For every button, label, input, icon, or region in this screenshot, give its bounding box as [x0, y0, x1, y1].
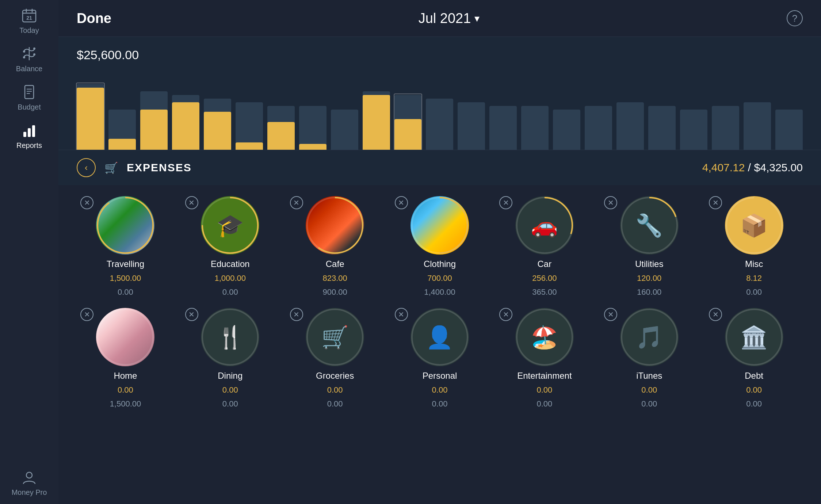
bar-group-18 — [648, 69, 676, 150]
ring-svg-utilities — [620, 196, 679, 255]
remove-button-personal[interactable]: ✕ — [395, 308, 408, 321]
bar-group-20 — [712, 69, 739, 150]
bar-group-10 — [394, 69, 422, 150]
category-spent-clothing: 700.00 — [427, 274, 452, 283]
svg-point-32 — [98, 309, 153, 365]
ring-svg-home — [96, 308, 154, 366]
category-item-education[interactable]: ✕🎓Education1,000.000.00 — [182, 196, 279, 297]
category-spent-itunes: 0.00 — [641, 385, 657, 395]
category-item-car[interactable]: ✕🚗Car256.00365.00 — [496, 196, 593, 297]
bar-group-14 — [521, 69, 549, 150]
remove-button-debt[interactable]: ✕ — [709, 308, 722, 321]
bar-bg-17 — [616, 102, 644, 150]
category-spent-entertainment: 0.00 — [536, 385, 552, 395]
remove-button-clothing[interactable]: ✕ — [395, 196, 408, 209]
ring-svg-cafe — [306, 196, 364, 255]
bar-bg-15 — [553, 110, 580, 150]
sidebar-item-today[interactable]: 21 Today — [19, 7, 39, 35]
expenses-budget-separator: / — [748, 161, 754, 173]
remove-button-entertainment[interactable]: ✕ — [499, 308, 512, 321]
category-budget-entertainment: 0.00 — [536, 399, 552, 409]
svg-point-33 — [202, 309, 258, 365]
svg-point-9 — [33, 53, 35, 56]
ring-svg-misc — [725, 196, 783, 255]
svg-point-37 — [622, 309, 677, 365]
bar-fg-0 — [77, 88, 104, 150]
bar-bg-20 — [712, 106, 739, 150]
bar-bg-7 — [299, 106, 327, 150]
remove-button-education[interactable]: ✕ — [185, 196, 198, 209]
sidebar-label-budget: Budget — [18, 103, 41, 111]
ring-svg-travelling — [96, 196, 154, 255]
category-item-clothing[interactable]: ✕Clothing700.001,400.00 — [391, 196, 489, 297]
bar-fg-1 — [108, 139, 136, 150]
expenses-label: EXPENSES — [127, 161, 192, 174]
bar-group-9 — [363, 69, 390, 150]
bar-bg-8 — [331, 110, 358, 150]
category-budget-debt: 0.00 — [746, 399, 762, 409]
bar-bg-22 — [775, 110, 803, 150]
ring-svg-education — [201, 196, 259, 255]
bar-bg-14 — [521, 106, 549, 150]
category-item-debt[interactable]: ✕🏛️Debt0.000.00 — [705, 308, 803, 409]
category-budget-personal: 0.00 — [432, 399, 448, 409]
category-budget-clothing: 1,400.00 — [424, 287, 455, 297]
remove-button-utilities[interactable]: ✕ — [604, 196, 617, 209]
done-button[interactable]: Done — [77, 11, 111, 26]
ring-svg-personal — [410, 308, 469, 366]
ring-svg-dining — [201, 308, 259, 366]
month-selector[interactable]: Jul 2021 ▾ — [419, 11, 480, 26]
bar-fg-7 — [299, 144, 327, 150]
sidebar-item-balance[interactable]: Balance — [16, 46, 42, 73]
category-spent-misc: 8.12 — [746, 274, 762, 283]
bar-group-13 — [489, 69, 517, 150]
sidebar-item-reports[interactable]: Reports — [16, 122, 42, 150]
bar-group-2 — [140, 69, 168, 150]
back-button[interactable]: ‹ — [77, 158, 96, 177]
category-item-personal[interactable]: ✕👤Personal0.000.00 — [391, 308, 489, 409]
category-name-education: Education — [211, 259, 250, 269]
category-item-itunes[interactable]: ✕🎵iTunes0.000.00 — [600, 308, 698, 409]
category-name-personal: Personal — [423, 371, 457, 381]
help-button[interactable]: ? — [787, 10, 803, 26]
category-budget-groceries: 0.00 — [327, 399, 343, 409]
category-spent-education: 1,000.00 — [214, 274, 246, 283]
remove-button-home[interactable]: ✕ — [80, 308, 93, 321]
category-item-cafe[interactable]: ✕Cafe823.00900.00 — [286, 196, 384, 297]
category-spent-travelling: 1,500.00 — [110, 274, 141, 283]
category-spent-cafe: 823.00 — [322, 274, 347, 283]
bar-group-5 — [236, 69, 263, 150]
category-item-entertainment[interactable]: ✕🏖️Entertainment0.000.00 — [496, 308, 593, 409]
bar-group-7 — [299, 69, 327, 150]
bar-group-22 — [775, 69, 803, 150]
bar-bg-19 — [680, 110, 707, 150]
category-item-home[interactable]: ✕Home0.001,500.00 — [77, 308, 174, 409]
bar-group-17 — [616, 69, 644, 150]
bar-group-1 — [108, 69, 136, 150]
category-spent-groceries: 0.00 — [327, 385, 343, 395]
sidebar-item-budget[interactable]: Budget — [18, 84, 41, 111]
category-item-utilities[interactable]: ✕🔧Utilities120.00160.00 — [600, 196, 698, 297]
category-item-dining[interactable]: ✕🍴Dining0.000.00 — [182, 308, 279, 409]
remove-button-itunes[interactable]: ✕ — [604, 308, 617, 321]
category-item-misc[interactable]: ✕📦Misc8.120.00 — [705, 196, 803, 297]
remove-button-travelling[interactable]: ✕ — [80, 196, 93, 209]
ring-svg-debt — [725, 308, 783, 366]
svg-point-7 — [33, 47, 35, 50]
month-label: Jul 2021 — [419, 11, 471, 26]
category-name-cafe: Cafe — [326, 259, 344, 269]
bar-fg-4 — [204, 112, 231, 150]
category-item-groceries[interactable]: ✕🛒Groceries0.000.00 — [286, 308, 384, 409]
remove-button-cafe[interactable]: ✕ — [290, 196, 303, 209]
remove-button-misc[interactable]: ✕ — [709, 196, 722, 209]
bar-group-8 — [331, 69, 358, 150]
sidebar-bottom-moneypro[interactable]: Money Pro — [12, 469, 47, 497]
chart-amount: $25,600.00 — [77, 48, 803, 62]
remove-button-dining[interactable]: ✕ — [185, 308, 198, 321]
category-item-travelling[interactable]: ✕Travelling1,500.000.00 — [77, 196, 174, 297]
category-name-debt: Debt — [745, 371, 763, 381]
remove-button-groceries[interactable]: ✕ — [290, 308, 303, 321]
svg-point-19 — [98, 198, 153, 253]
category-budget-misc: 0.00 — [746, 287, 762, 297]
remove-button-car[interactable]: ✕ — [499, 196, 512, 209]
